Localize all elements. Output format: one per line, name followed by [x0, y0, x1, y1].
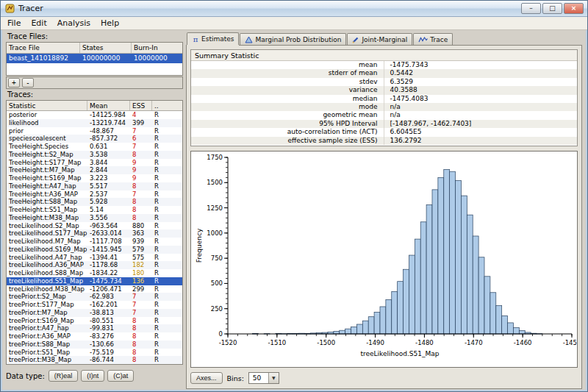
axes-button[interactable]: Axes... — [190, 372, 223, 384]
trace-row[interactable]: TreeHeight.t:S88_Map5.9288R — [7, 198, 182, 206]
trace-row[interactable]: TreeHeight.t:S2_Map3.5388R — [7, 151, 182, 159]
cell-statistic: TreeHeight.t:S2_Map — [7, 151, 87, 159]
cell-ess: 8 — [130, 182, 152, 190]
trace-row[interactable]: TreeHeight.t:M7_Map2.8449R — [7, 166, 182, 174]
bins-select[interactable]: 50 ▼ — [248, 372, 279, 384]
trace-row[interactable]: treePrior.t:S177_Map-162.2017R — [7, 301, 182, 309]
trace-row[interactable]: TreeHeight.t:A47_hap5.5178R — [7, 182, 182, 190]
summary-stat-label: geometric mean — [191, 111, 384, 119]
trace-row[interactable]: treePrior.t:S169_Map-80.5518R — [7, 317, 182, 325]
column-header-mean[interactable]: Mean — [87, 101, 130, 110]
column-header-ess[interactable]: ESS — [130, 101, 152, 110]
cell-statistic: treePrior.t:M7_Map — [7, 309, 87, 317]
cell-statistic: treePrior.t:S88_Map — [7, 341, 87, 349]
column-header-burnin[interactable]: Burn-In — [132, 43, 182, 53]
trace-row[interactable]: treePrior.t:A47_hap-99.8318R — [7, 324, 182, 332]
traces-header: Statistic Mean ESS .. — [7, 101, 182, 111]
cell-ess: 575 — [130, 254, 152, 262]
datatype-real-button[interactable]: (R)eal — [49, 370, 79, 382]
datatype-int-button[interactable]: (I)nt — [81, 370, 104, 382]
cell-ess: 7 — [130, 301, 152, 309]
trace-row[interactable]: posterior-14125.9844R — [7, 111, 182, 119]
histogram-bar — [444, 169, 450, 334]
menu-help[interactable]: Help — [96, 18, 124, 29]
trace-row[interactable]: TreeHeight.t:M38_Map3.5568R — [7, 214, 182, 222]
trace-row[interactable]: TreeHeight.t:S51_Map5.148R — [7, 206, 182, 214]
x-tick-label: -1500 — [317, 339, 335, 346]
trace-row[interactable]: treeLikelihood.A47_hap-1394.41575R — [7, 254, 182, 262]
trace-row[interactable]: TreeHeight.Species0.6317R — [7, 143, 182, 151]
trace-row[interactable]: treePrior.t:S51_Map-75.5198R — [7, 349, 182, 357]
trace-row[interactable]: treeLikelihood.S51_Map-1475.734136R — [7, 277, 182, 285]
histogram-bar — [404, 269, 409, 334]
y-tick-label: 750 — [211, 254, 223, 262]
cell-type: R — [152, 324, 182, 332]
column-header-states[interactable]: States — [80, 43, 132, 53]
cell-statistic: TreeHeight.Species — [7, 143, 87, 151]
trace-row[interactable]: treePrior.t:M7_Map-38.8137R — [7, 309, 182, 317]
close-button[interactable]: × — [564, 3, 584, 14]
menu-analysis[interactable]: Analysis — [52, 18, 96, 29]
dropdown-arrow-icon[interactable]: ▼ — [268, 373, 279, 383]
trace-row[interactable]: treePrior.t:S2_Map-62.9837R — [7, 293, 182, 301]
trace-row[interactable]: TreeHeight.t:A36_MAP2.5377R — [7, 190, 182, 199]
trace-row[interactable]: treeLikelihood.S2_Map-963.564880R — [7, 222, 182, 230]
cell-statistic: treeLikelihood.S2_Map — [7, 222, 87, 230]
trace-row[interactable]: speciescoalescent-857.3726R — [7, 135, 182, 143]
cell-ess: 363 — [130, 229, 152, 238]
x-tick-label: -1510 — [268, 339, 287, 346]
trace-row[interactable]: treePrior.t:M38_Map-86.7448R — [7, 356, 182, 364]
menu-edit[interactable]: Edit — [26, 18, 51, 29]
summary-row: stdev6.3529 — [191, 78, 577, 86]
tab-trace[interactable]: Trace — [413, 33, 453, 45]
x-tick-label: -1450 — [563, 339, 578, 346]
cell-statistic: TreeHeight.t:S169_Map — [7, 174, 87, 182]
add-trace-file-button[interactable]: + — [8, 78, 20, 88]
histogram-bar — [484, 277, 490, 334]
column-header-statistic[interactable]: Statistic — [7, 101, 87, 110]
titlebar[interactable]: Tracer – □ × — [1, 1, 587, 17]
maximize-button[interactable]: □ — [542, 3, 562, 14]
menu-file[interactable]: File — [2, 18, 26, 29]
trace-row[interactable]: treeLikelihood.M38_Map-1206.471299R — [7, 285, 182, 293]
column-header-type[interactable]: .. — [152, 101, 182, 110]
histogram-bar — [392, 291, 398, 334]
cell-type: R — [152, 317, 182, 325]
trace-row[interactable]: treeLikelihood.M7_Map-1117.708939R — [7, 238, 182, 246]
cell-type: R — [152, 293, 182, 301]
histogram-bar — [432, 190, 438, 334]
histogram-bar — [502, 316, 508, 334]
trace-row[interactable]: treeLikelihood.S177_Map-2633.014363R — [7, 229, 182, 238]
summary-stat-value: 40.3588 — [384, 86, 578, 94]
trace-row[interactable]: treeLikelihood.A36_MAP-1178.68182R — [7, 261, 182, 269]
cell-ess: 8 — [130, 324, 152, 332]
datatype-cat-button[interactable]: (C)at — [107, 370, 134, 382]
trace-row[interactable]: treeLikelihood.S169_Map-1415.945579R — [7, 246, 182, 254]
minimize-button[interactable]: – — [521, 3, 541, 14]
trace-row[interactable]: treePrior.t:S88_Map-130.668R — [7, 341, 182, 349]
trace-row[interactable]: TreeHeight.t:S169_Map3.2239R — [7, 174, 182, 182]
histogram-bar — [513, 327, 519, 334]
trace-row[interactable]: treePrior.t:A36_MAP-83.2768R — [7, 332, 182, 341]
tab-joint-marginal[interactable]: Joint-Marginal — [347, 33, 412, 45]
trace-row[interactable]: likelihood-13219.744399R — [7, 119, 182, 127]
trace-row[interactable]: treeLikelihood.S88_Map-1834.22180R — [7, 269, 182, 277]
tab-estimates[interactable]: πEstimates — [187, 32, 239, 45]
right-panel: πEstimatesMarginal Prob DistributionJoin… — [186, 32, 582, 389]
cell-mean: -99.831 — [87, 324, 130, 332]
cell-type: R — [152, 356, 182, 364]
cell-ess: 180 — [130, 269, 152, 277]
estimates-pane: Summary Statistic mean-1475.7343stderr o… — [186, 45, 582, 389]
trace-row[interactable]: prior-48.8677R — [7, 127, 182, 135]
x-tick-label: -1460 — [514, 339, 532, 346]
cell-statistic: treeLikelihood.A47_hap — [7, 254, 87, 262]
column-header-trace-file[interactable]: Trace File — [7, 43, 80, 53]
histogram-bar — [409, 255, 415, 334]
trace-file-row[interactable]: beast_14101889210000000010000000 — [7, 54, 182, 63]
cell-type: R — [152, 198, 182, 206]
trace-row[interactable]: TreeHeight.t:S177_Map3.8449R — [7, 159, 182, 167]
remove-trace-file-button[interactable]: - — [22, 78, 34, 88]
cell-mean: -14125.984 — [87, 111, 130, 119]
summary-stat-label: 95% HPD Interval — [191, 120, 384, 128]
tab-marginal-prob-distribution[interactable]: Marginal Prob Distribution — [240, 33, 346, 45]
